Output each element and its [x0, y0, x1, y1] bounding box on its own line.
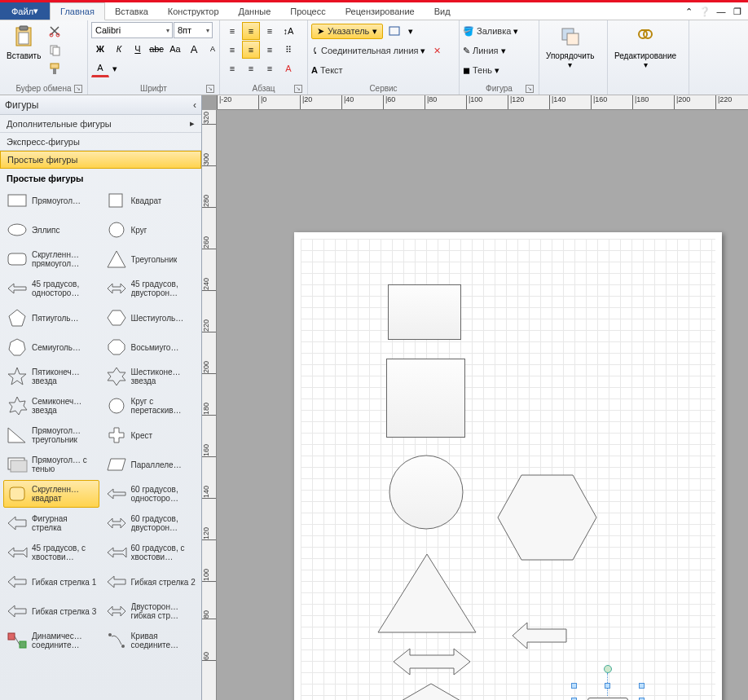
tab-review[interactable]: Рецензирование [336, 2, 425, 20]
minimize-ribbon-icon[interactable]: ⌃ [681, 5, 696, 18]
canvas-circle[interactable] [389, 455, 464, 531]
shape-stencil-item[interactable]: Квадрат [103, 187, 199, 214]
file-tab[interactable]: Файл ▾ [0, 2, 50, 20]
resize-handle[interactable] [571, 683, 577, 689]
shape-stencil-item[interactable]: Шестиуголь… [103, 304, 199, 332]
shape-stencil-item[interactable]: Круг с перетаскив… [103, 392, 199, 420]
font-color-drop-icon[interactable]: ▾ [110, 59, 120, 77]
rotate-handle-icon[interactable] [604, 665, 612, 673]
shape-stencil-item[interactable]: Восьмиуго… [103, 333, 199, 361]
shape-stencil-item[interactable]: Крест [103, 421, 199, 449]
canvas-arrow-left[interactable] [511, 619, 568, 652]
canvas-square[interactable] [386, 359, 465, 438]
clear-format-icon[interactable]: A [279, 59, 297, 77]
tab-design[interactable]: Конструктор [158, 2, 229, 20]
connector-tool[interactable]: Соединительная линия [321, 46, 418, 55]
shape-stencil-item[interactable]: Скругленн… квадрат [3, 480, 99, 508]
canvas-viewport[interactable] [217, 110, 748, 700]
shape-stencil-item[interactable]: Скругленн… прямоугол… [3, 245, 99, 273]
align-bc-icon[interactable]: ≡ [242, 59, 260, 77]
font-dialog-icon[interactable]: ↘ [206, 85, 214, 93]
font-color-icon[interactable]: A [91, 59, 109, 77]
align-mc-icon[interactable]: ≡ [242, 41, 260, 59]
align-tl-icon[interactable]: ≡ [223, 22, 241, 40]
shape-stencil-item[interactable]: Шестиконе… звезда [103, 363, 199, 390]
align-br-icon[interactable]: ≡ [261, 59, 279, 77]
para-dialog-icon[interactable]: ↘ [294, 85, 302, 93]
format-painter-icon[interactable] [46, 59, 64, 77]
resize-handle[interactable] [639, 683, 645, 689]
shape-stencil-item[interactable]: Гибкая стрелка 2 [103, 568, 199, 596]
text-direction-icon[interactable]: ↕A [279, 22, 297, 40]
strike-icon[interactable]: abc [147, 40, 165, 58]
rectangle-tool-icon[interactable] [385, 22, 403, 40]
shape-stencil-item[interactable]: 60 градусов, двусторон… [103, 509, 199, 537]
cut-icon[interactable] [46, 22, 64, 40]
canvas-selected-rounded-square[interactable] [574, 686, 641, 700]
shape-stencil-item[interactable]: 45 градусов, односторо… [3, 275, 99, 302]
minimize-window-icon[interactable]: — [714, 5, 728, 18]
underline-icon[interactable]: Ч [129, 40, 147, 58]
shape-stencil-item[interactable]: 60 градусов, односторо… [103, 480, 199, 508]
text-tool[interactable]: Текст [320, 65, 343, 75]
panel-collapse-icon[interactable]: ‹ [193, 99, 196, 111]
drawing-page[interactable] [294, 232, 722, 700]
shape-dialog-icon[interactable]: ↘ [526, 85, 534, 93]
shape-stencil-item[interactable]: Двусторон… гибкая стр… [103, 597, 199, 625]
pointer-tool[interactable]: ➤ Указатель ▾ [311, 24, 383, 39]
shape-stencil-item[interactable]: Эллипс [3, 216, 99, 244]
delete-tool-icon[interactable]: ✕ [428, 42, 446, 59]
tab-view[interactable]: Вид [425, 2, 460, 20]
shape-stencil-item[interactable]: 45 градусов, двусторон… [103, 275, 199, 302]
shape-stencil-item[interactable]: Треугольник [103, 245, 199, 273]
rect-drop-icon[interactable]: ▾ [406, 22, 416, 40]
line-menu[interactable]: Линия [473, 46, 499, 55]
shape-stencil-item[interactable]: 45 градусов, с хвостови… [3, 539, 99, 566]
shape-stencil-item[interactable]: Гибкая стрелка 1 [3, 568, 99, 596]
resize-handle[interactable] [605, 683, 610, 689]
grow-font-icon[interactable]: A [185, 40, 203, 58]
more-shapes-row[interactable]: Дополнительные фигуры▸ [0, 115, 201, 133]
shape-stencil-item[interactable]: Прямоугол… с тенью [3, 451, 99, 478]
align-tc-icon[interactable]: ≡ [242, 22, 260, 40]
bullets-icon[interactable]: ⠿ [279, 41, 297, 59]
tab-process[interactable]: Процесс [280, 2, 335, 20]
shape-stencil-item[interactable]: Фигурная стрелка [3, 509, 99, 537]
shape-stencil-item[interactable]: 60 градусов, с хвостови… [103, 539, 199, 566]
italic-icon[interactable]: К [110, 40, 128, 58]
help-icon[interactable]: ❔ [697, 5, 712, 18]
shrink-font-icon[interactable]: A [204, 40, 222, 58]
tab-insert[interactable]: Вставка [105, 2, 158, 20]
canvas-pentagon[interactable] [398, 682, 464, 700]
shape-stencil-item[interactable]: Кривая соедините… [103, 627, 199, 654]
case-icon[interactable]: Aa [166, 40, 184, 58]
shape-stencil-item[interactable]: Параллеле… [103, 451, 199, 478]
shadow-menu[interactable]: Тень [473, 65, 492, 75]
canvas-triangle[interactable] [376, 553, 477, 634]
shape-stencil-item[interactable]: Семиуголь… [3, 333, 99, 361]
shape-stencil-item[interactable]: Круг [103, 216, 199, 244]
fill-menu[interactable]: Заливка [477, 26, 511, 36]
arrange-button[interactable]: Упорядочить▾ [543, 22, 598, 71]
simple-shapes-row[interactable]: Простые фигуры [0, 151, 201, 169]
align-tr-icon[interactable]: ≡ [261, 22, 279, 40]
shape-stencil-item[interactable]: Семиконеч… звезда [3, 392, 99, 420]
editing-button[interactable]: Редактирование▾ [611, 22, 680, 71]
canvas-arrow-double[interactable] [392, 646, 472, 677]
align-ml-icon[interactable]: ≡ [223, 41, 241, 59]
tab-data[interactable]: Данные [229, 2, 281, 20]
clipboard-dialog-icon[interactable]: ↘ [74, 85, 82, 93]
bold-icon[interactable]: Ж [91, 40, 109, 58]
canvas-rectangle[interactable] [388, 284, 461, 340]
shape-stencil-item[interactable]: Пятиконеч… звезда [3, 363, 99, 390]
shape-stencil-item[interactable]: Пятиуголь… [3, 304, 99, 332]
font-size-combo[interactable]: 8пт [174, 22, 213, 38]
shape-stencil-item[interactable]: Прямоугол… треугольник [3, 421, 99, 449]
tab-home[interactable]: Главная [50, 2, 105, 20]
shape-stencil-item[interactable]: Гибкая стрелка 3 [3, 597, 99, 625]
express-shapes-row[interactable]: Экспресс-фигуры [0, 133, 201, 151]
paste-button[interactable]: Вставить [3, 22, 44, 62]
align-bl-icon[interactable]: ≡ [223, 59, 241, 77]
shape-stencil-item[interactable]: Прямоугол… [3, 187, 99, 214]
copy-icon[interactable] [46, 41, 64, 59]
